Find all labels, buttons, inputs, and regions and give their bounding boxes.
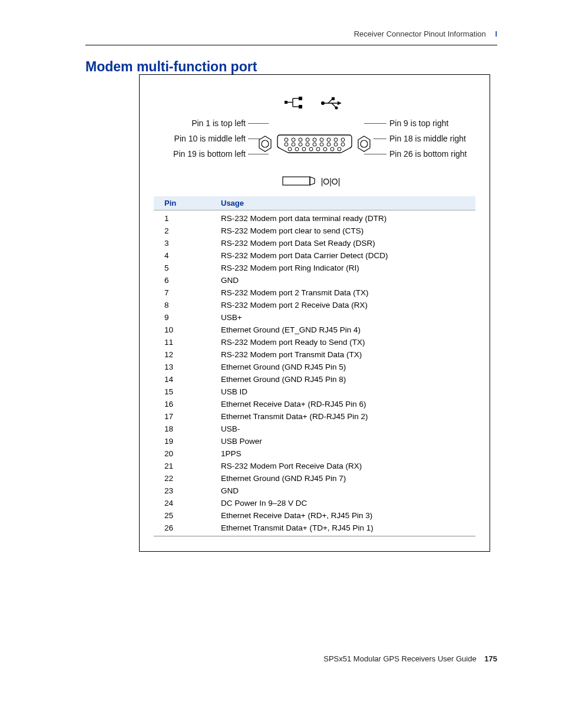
usage-cell: RS-232 Modem port 2 Transmit Data (TX) [215,286,475,299]
lead-line [364,123,386,124]
svg-point-22 [327,138,330,141]
footer-doc-title: SPSx51 Modular GPS Receivers User Guide [323,654,476,663]
svg-point-19 [306,138,309,141]
table-row: 25Ethernet Receive Data+ (RD+, RJ45 Pin … [154,509,475,522]
usage-cell: Ethernet Ground (GND RJ45 Pin 8) [215,373,475,386]
table-header-usage: Usage [215,196,475,210]
svg-marker-13 [338,101,341,106]
svg-rect-1 [299,97,302,100]
pin-label-bottom-left: Pin 19 is bottom left [146,149,246,159]
pin-cell: 23 [154,485,215,497]
svg-point-41 [338,147,341,151]
usage-cell: USB ID [215,386,475,398]
header-text: Receiver Connector Pinout Information [354,29,486,38]
pin-cell: 15 [154,386,215,398]
svg-point-28 [306,143,309,146]
page-footer: SPSx51 Modular GPS Receivers User Guide … [323,654,497,663]
svg-point-29 [313,143,316,146]
pinout-table: Pin Usage 1RS-232 Modem port data termin… [154,196,475,536]
svg-point-39 [323,147,327,151]
footer-page-number: 175 [484,654,497,663]
usage-cell: GND [215,485,475,497]
svg-marker-42 [358,136,370,151]
usage-cell: GND [215,274,475,286]
usage-cell: Ethernet Ground (GND RJ45 Pin 5) [215,361,475,373]
svg-point-37 [309,147,313,151]
table-row: 6GND [154,274,475,286]
pin-cell: 10 [154,324,215,336]
table-row: 13Ethernet Ground (GND RJ45 Pin 5) [154,361,475,373]
table-row: 1RS-232 Modem port data terminal ready (… [154,210,475,225]
svg-point-21 [320,138,323,141]
usage-cell: Ethernet Receive Data+ (RD+, RJ45 Pin 3) [215,509,475,522]
pin-cell: 7 [154,286,215,299]
svg-point-33 [341,143,345,146]
header-rule [85,45,497,45]
table-row: 18USB- [154,423,475,435]
pin-cell: 16 [154,398,215,410]
usage-cell: RS-232 Modem port clear to send (CTS) [215,225,475,237]
table-row: 7RS-232 Modem port 2 Transmit Data (TX) [154,286,475,299]
usage-cell: Ethernet Ground (ET_GND RJ45 Pin 4) [215,324,475,336]
svg-rect-0 [285,101,287,104]
table-row: 15USB ID [154,386,475,398]
table-row: 22Ethernet Ground (GND RJ45 Pin 7) [154,472,475,485]
pin-cell: 11 [154,336,215,348]
svg-rect-44 [283,177,310,185]
header-appendix: I [495,29,497,38]
svg-text:|O|O|: |O|O| [321,177,340,186]
svg-point-26 [292,143,295,146]
svg-rect-10 [332,97,335,100]
table-row: 3RS-232 Modem port Data Set Ready (DSR) [154,237,475,249]
pin-cell: 8 [154,299,215,311]
svg-point-24 [341,138,345,141]
svg-point-31 [327,143,330,146]
table-row: 2RS-232 Modem port clear to send (CTS) [154,225,475,237]
table-row: 10Ethernet Ground (ET_GND RJ45 Pin 4) [154,324,475,336]
section-title: Modem multi-function port [85,59,257,75]
usage-cell: RS-232 Modem port Transmit Data (TX) [215,348,475,361]
table-row: 8RS-232 Modem port 2 Receive Data (RX) [154,299,475,311]
pin-cell: 19 [154,435,215,447]
pin-cell: 25 [154,509,215,522]
usb-trident-icon [321,97,341,110]
pin-cell: 3 [154,237,215,249]
svg-point-32 [334,143,338,146]
ethernet-icon [285,97,302,108]
dsub-connector-icon [276,134,353,156]
table-row: 17Ethernet Transmit Data+ (RD-RJ45 Pin 2… [154,410,475,423]
usage-cell: RS-232 Modem port data terminal ready (D… [215,210,475,225]
running-header: Receiver Connector Pinout Information I [354,29,497,38]
pin-cell: 5 [154,262,215,274]
pin-cell: 14 [154,373,215,386]
pin-cell: 4 [154,249,215,262]
pin-label-middle-right: Pin 18 is middle right [389,134,466,143]
svg-point-38 [316,147,320,151]
svg-line-11 [332,103,336,107]
pin-label-bottom-right: Pin 26 is bottom right [389,149,467,159]
pin-cell: 26 [154,522,215,536]
pin-label-top-left: Pin 1 is top left [146,118,246,128]
usage-cell: RS-232 Modem port Ready to Send (TX) [215,336,475,348]
pin-cell: 24 [154,497,215,509]
connector-diagram: Pin 1 is top left Pin 10 is middle left … [154,97,475,192]
table-row: 26Ethernet Transmit Data+ (TD+, RJ45 Pin… [154,522,475,536]
usage-cell: USB- [215,423,475,435]
svg-marker-14 [259,136,271,151]
svg-point-34 [288,147,292,151]
screw-left-icon [256,135,274,155]
usage-cell: RS-232 Modem Port Receive Data (RX) [215,460,475,472]
usage-cell: 1PPS [215,447,475,460]
connector-illustration [256,134,373,156]
usage-cell: Ethernet Transmit Data+ (RD-RJ45 Pin 2) [215,410,475,423]
pin-label-top-right: Pin 9 is top right [389,118,448,128]
table-row: 12RS-232 Modem port Transmit Data (TX) [154,348,475,361]
table-row: 9USB+ [154,311,475,324]
lead-line [248,123,269,124]
svg-point-23 [334,138,338,141]
pin-label-middle-left: Pin 10 is middle left [146,134,246,143]
table-row: 19USB Power [154,435,475,447]
pin-cell: 18 [154,423,215,435]
svg-point-18 [299,138,302,141]
table-row: 11RS-232 Modem port Ready to Send (TX) [154,336,475,348]
